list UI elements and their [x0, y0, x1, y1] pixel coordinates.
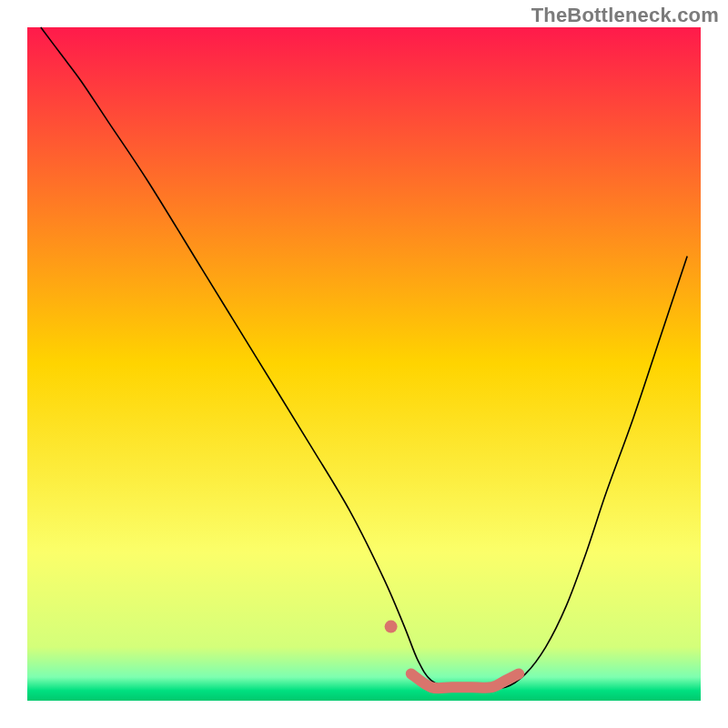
highlight-dot — [385, 621, 398, 633]
watermark-text: TheBottleneck.com — [531, 4, 719, 27]
gradient-panel — [27, 27, 701, 701]
plot-svg — [0, 0, 728, 728]
chart-canvas: TheBottleneck.com — [0, 0, 728, 728]
